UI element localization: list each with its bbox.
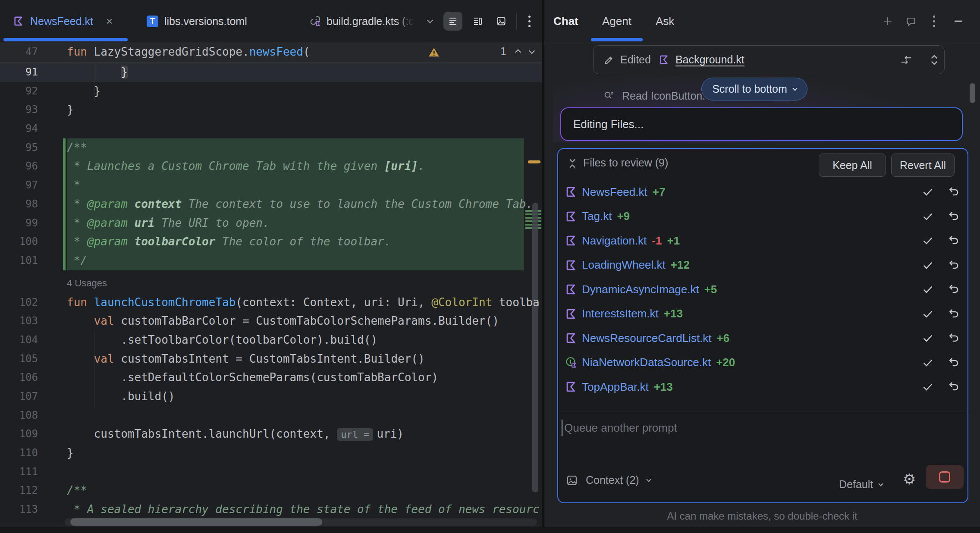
file-row[interactable]: Tag.kt +9 xyxy=(558,204,967,229)
code-line[interactable]: 110} xyxy=(0,444,542,463)
editor-horizontal-scrollbar-thumb[interactable] xyxy=(70,518,322,526)
line-number: 107 xyxy=(0,387,38,406)
code-line[interactable]: 112/** xyxy=(0,481,542,500)
file-row[interactable]: NewsResourceCardList.kt +6 xyxy=(558,326,967,351)
tab-newsfeed-kt[interactable]: NewsFeed.kt × xyxy=(3,0,128,42)
keep-all-button[interactable]: Keep All xyxy=(819,154,886,177)
code-line[interactable]: 101 */ xyxy=(0,251,542,270)
file-row[interactable]: Navigation.kt -1 +1 xyxy=(558,229,967,253)
revert-file-undo-icon[interactable] xyxy=(947,210,960,223)
indent-guide xyxy=(94,331,94,408)
code-line[interactable]: 103 val customTabBarColor = CustomTabCol… xyxy=(0,312,542,331)
file-name-link[interactable]: TopAppBar.kt xyxy=(582,380,649,394)
code-line[interactable]: 102fun launchCustomChromeTab(context: Co… xyxy=(0,293,542,312)
revert-file-undo-icon[interactable] xyxy=(947,332,960,345)
editor-vertical-scrollbar[interactable] xyxy=(532,203,538,492)
revert-file-undo-icon[interactable] xyxy=(947,356,960,369)
new-chat-icon[interactable] xyxy=(878,12,897,31)
collapse-panel-icon[interactable] xyxy=(567,157,578,169)
keep-file-check-icon[interactable] xyxy=(921,185,934,198)
revert-file-undo-icon[interactable] xyxy=(947,307,960,320)
revert-all-button[interactable]: Revert All xyxy=(891,154,955,177)
code-lines[interactable]: 91 }92 }93}9495/**96 * Launches a Custom… xyxy=(0,63,542,519)
keep-file-check-icon[interactable] xyxy=(921,259,934,272)
edited-file-link[interactable]: Background.kt xyxy=(675,53,744,66)
chat-more-options-icon[interactable] xyxy=(927,12,941,31)
file-name-link[interactable]: InterestsItem.kt xyxy=(582,307,659,320)
review-title: Files to review (9) xyxy=(583,157,668,169)
chat-scrollbar[interactable] xyxy=(970,83,975,103)
file-name-link[interactable]: LoadingWheel.kt xyxy=(582,258,666,272)
tab-label: libs.versions.toml xyxy=(164,15,247,28)
next-warning-icon[interactable] xyxy=(529,47,535,53)
code-line[interactable]: 107 .build() xyxy=(0,387,542,406)
jump-to-changes-icon[interactable] xyxy=(900,53,913,66)
code-line[interactable]: 97 * xyxy=(0,176,542,195)
settings-gear-icon[interactable]: ⚙ xyxy=(903,470,916,488)
chat-history-icon[interactable] xyxy=(901,12,920,31)
code-line[interactable]: 94 xyxy=(0,119,542,138)
expand-collapse-icon[interactable] xyxy=(929,53,940,66)
code-line[interactable]: 105 val customTabsIntent = CustomTabsInt… xyxy=(0,350,542,369)
file-name-link[interactable]: NiaNetworkDataSource.kt xyxy=(582,356,711,369)
file-name-link[interactable]: NewsFeed.kt xyxy=(582,185,647,199)
code-line[interactable]: 106 .setDefaultColorSchemeParams(customT… xyxy=(0,368,542,387)
tab-libs-versions-toml[interactable]: T libs.versions.toml xyxy=(147,0,247,42)
file-row[interactable]: DynamicAsyncImage.kt +5 xyxy=(558,277,967,302)
tab-ask[interactable]: Ask xyxy=(656,0,674,42)
gradle-file-icon xyxy=(309,15,321,27)
code-line[interactable]: 109 customTabsIntent.launchUrl(context, … xyxy=(0,425,542,444)
keep-file-check-icon[interactable] xyxy=(921,234,934,247)
code-line[interactable]: 111 xyxy=(0,463,542,482)
stop-button[interactable] xyxy=(926,465,964,489)
keep-file-check-icon[interactable] xyxy=(921,283,934,296)
close-tab-icon[interactable]: × xyxy=(106,16,113,27)
file-row[interactable]: NiaNetworkDataSource.kt +20 xyxy=(558,351,967,375)
keep-file-check-icon[interactable] xyxy=(921,356,934,369)
window-bottom-strip xyxy=(0,527,980,533)
context-selector[interactable]: Context (2) xyxy=(566,474,650,486)
keep-file-check-icon[interactable] xyxy=(921,332,934,345)
code-line[interactable]: 108 xyxy=(0,406,542,425)
revert-file-undo-icon[interactable] xyxy=(947,185,960,198)
file-row[interactable]: InterestsItem.kt +13 xyxy=(558,302,967,326)
edited-file-card[interactable]: Edited Background.kt xyxy=(593,45,945,74)
keep-file-check-icon[interactable] xyxy=(921,210,934,223)
tab-agent[interactable]: Agent xyxy=(602,0,631,42)
code-line[interactable]: 93} xyxy=(0,100,542,119)
revert-file-undo-icon[interactable] xyxy=(947,234,960,247)
revert-file-undo-icon[interactable] xyxy=(947,380,960,393)
line-number: 106 xyxy=(0,368,38,387)
scrollbar-warning-mark[interactable] xyxy=(528,160,540,163)
scroll-to-bottom-button[interactable]: Scroll to bottom xyxy=(701,78,807,100)
previous-warning-icon[interactable] xyxy=(515,49,521,55)
tab-build-gradle-kts[interactable]: build.gradle.kts (:c xyxy=(309,0,432,42)
model-selector[interactable]: Default xyxy=(839,478,883,491)
code-line[interactable]: 113 * A sealed hierarchy describing the … xyxy=(0,500,542,519)
file-row[interactable]: NewsFeed.kt +7 xyxy=(558,180,967,204)
line-number: 103 xyxy=(0,312,38,331)
usages-inlay-hint[interactable]: 4 Usages xyxy=(0,270,542,293)
file-name-link[interactable]: Navigation.kt xyxy=(582,234,647,248)
keep-file-check-icon[interactable] xyxy=(921,380,934,393)
minimize-panel-icon[interactable] xyxy=(949,12,968,31)
tab-chat[interactable]: Chat xyxy=(553,0,578,42)
prompt-input[interactable]: Queue another prompt xyxy=(564,421,677,435)
code-line[interactable]: 98 * @param context The context to use t… xyxy=(0,195,542,214)
revert-file-undo-icon[interactable] xyxy=(947,283,960,296)
code-line[interactable]: 96 * Launches a Custom Chrome Tab with t… xyxy=(0,157,542,176)
code-line[interactable]: 95/** xyxy=(0,138,542,157)
code-line[interactable]: 104 .setToolbarColor(toolbarColor).build… xyxy=(0,331,542,350)
editor-more-options-icon[interactable] xyxy=(522,12,537,31)
file-name-link[interactable]: NewsResourceCardList.kt xyxy=(582,332,712,345)
sticky-code-line[interactable]: 47 fun LazyStaggeredGridScope.newsFeed( … xyxy=(0,42,542,63)
keep-file-check-icon[interactable] xyxy=(921,307,934,320)
revert-file-undo-icon[interactable] xyxy=(947,259,960,272)
file-row[interactable]: LoadingWheel.kt +12 xyxy=(558,253,967,278)
file-row[interactable]: TopAppBar.kt +13 xyxy=(558,375,967,399)
file-name-link[interactable]: Tag.kt xyxy=(582,210,612,223)
file-name-link[interactable]: DynamicAsyncImage.kt xyxy=(582,283,699,296)
code-line[interactable]: 100 * @param toolbarColor The color of t… xyxy=(0,232,542,251)
code-line[interactable]: 99 * @param uri The URI to open. xyxy=(0,214,542,233)
code-text: val customTabsIntent = CustomTabsIntent.… xyxy=(67,350,425,369)
